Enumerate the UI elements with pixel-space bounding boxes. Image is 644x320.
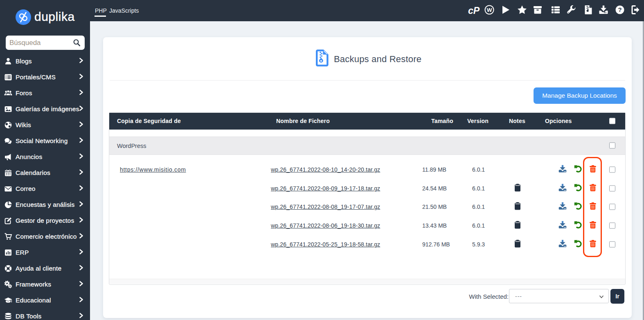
svg-text:W: W (487, 7, 492, 13)
svg-text:?: ? (618, 6, 621, 13)
